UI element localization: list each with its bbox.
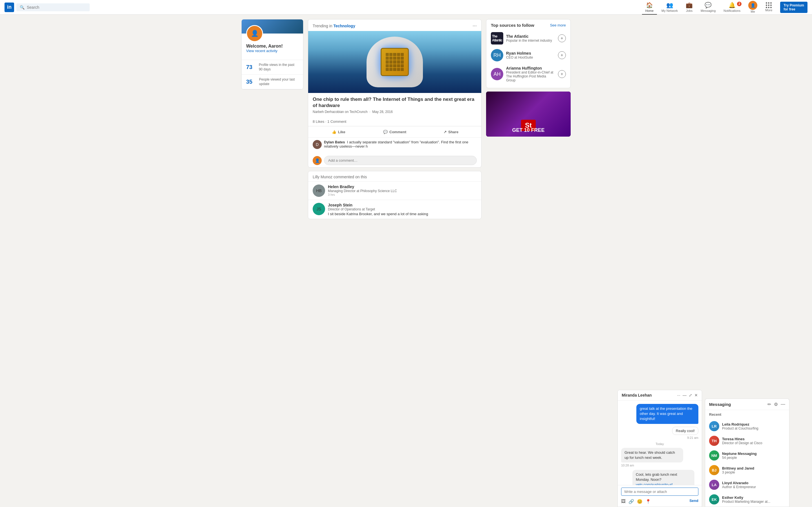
search-input[interactable] [27, 5, 86, 10]
article-meta: Narbeh Derhacobian on TechCrunch · May 2… [313, 110, 477, 114]
atlantic-avatar: TheAtlantic [491, 32, 503, 45]
helen-avatar: HB [313, 184, 325, 197]
joseph-text: I sit beside Katrina Brooker, and we spe… [328, 212, 428, 216]
comment-icon: 💬 [383, 130, 388, 134]
main-feed: Trending in Technology ··· [308, 19, 481, 223]
arianna-name: Arianna Huffington [506, 66, 555, 70]
comment-button[interactable]: 💬 Comment [366, 128, 423, 136]
me-avatar: 👤 [748, 1, 757, 10]
ryan-name: Ryan Holmes [506, 51, 555, 55]
trending-label: Trending in Technology [313, 24, 355, 28]
nav-me-label: Me [751, 10, 755, 13]
view-activity-link[interactable]: View recent activity [246, 49, 299, 53]
search-bar[interactable]: 🔍 [16, 3, 90, 11]
nav-items: 🏠 Home 👥 My Network 💼 Jobs 💬 Messaging 🔔… [642, 0, 776, 15]
atlantic-follow-button[interactable]: + [558, 34, 566, 42]
atlantic-info: The Atlantic Popular in the internet ind… [506, 34, 555, 43]
joseph-stein-row: JS Joseph Stein Director of Operations a… [308, 200, 481, 219]
nav-jobs[interactable]: 💼 Jobs [682, 0, 696, 15]
helen-info: Helen Bradley Managing Director at Philo… [328, 184, 397, 196]
nav-network[interactable]: 👥 My Network [658, 0, 681, 15]
article-actions: 👍 Like 💬 Comment ↗ Share [308, 126, 481, 137]
navbar: in 🔍 🏠 Home 👥 My Network 💼 Jobs 💬 Messag… [0, 0, 812, 15]
stat-last-update: 35 People viewed your last update [242, 75, 303, 89]
helen-title: Managing Director at Philosophy Science … [328, 189, 397, 193]
joseph-title: Director of Operations at Target [328, 207, 428, 211]
nav-network-label: My Network [661, 9, 678, 12]
jobs-icon: 💼 [686, 2, 693, 8]
joseph-name: Joseph Stein [328, 203, 428, 207]
top-sources-title: Top sources to follow [491, 23, 534, 27]
more-grid-icon [766, 2, 772, 8]
arianna-sub: President and Editor-in-Chief at The Huf… [506, 70, 555, 82]
comment-body: I actually separate standard "valuation"… [324, 140, 468, 149]
nav-jobs-label: Jobs [686, 9, 693, 12]
nav-notifications-label: Notifications [723, 9, 741, 12]
nav-messaging-label: Messaging [701, 9, 716, 12]
chip-image [380, 48, 409, 76]
nav-messaging[interactable]: 💬 Messaging [697, 0, 719, 15]
share-label: Share [448, 130, 458, 134]
top-sources-header: Top sources to follow See more [486, 23, 570, 30]
ryan-sub: CEO at HootSuite [506, 55, 555, 59]
top-sources-card: Top sources to follow See more TheAtlant… [486, 19, 571, 88]
article-title: One chip to rule them all? The Internet … [313, 96, 477, 109]
nav-me[interactable]: 👤 Me [745, 0, 761, 15]
follow-row-arianna: AH Arianna Huffington President and Edit… [486, 64, 570, 84]
stat-update-number: 35 [246, 78, 256, 85]
nav-home[interactable]: 🏠 Home [642, 0, 657, 15]
profile-stats: 73 Profile views in the past 90 days 35 … [242, 60, 303, 89]
profile-name: Welcome, Aaron! [246, 44, 299, 49]
notifications-badge: 2 [737, 2, 742, 6]
nav-home-label: Home [645, 9, 654, 12]
right-sidebar: Top sources to follow See more TheAtlant… [486, 19, 571, 223]
profile-avatar: 👤 [246, 25, 263, 42]
share-icon: ↗ [444, 130, 447, 134]
premium-button[interactable]: Try Premiumfor free [780, 2, 808, 13]
ryan-info: Ryan Holmes CEO at HootSuite [506, 51, 555, 59]
network-icon: 👥 [666, 2, 673, 8]
ryan-avatar: RH [491, 49, 503, 61]
secondary-post-card: Lilly Munoz commented on this HB Helen B… [308, 171, 481, 219]
article-body: One chip to rule them all? The Internet … [308, 93, 481, 117]
helen-name: Helen Bradley [328, 184, 397, 189]
adobe-ad: A St GET 10 FREE [486, 92, 571, 136]
trending-text: Trending in Technology [313, 24, 355, 28]
stat-views-label: Profile views in the past 90 days [259, 63, 299, 71]
comment-separator: · [325, 119, 327, 124]
follow-row-atlantic: TheAtlantic The Atlantic Popular in the … [486, 30, 570, 47]
comment-text: Dylan Bates I actually separate standard… [324, 140, 477, 149]
trending-card: Trending in Technology ··· [308, 19, 481, 168]
adobe-ad-visual: A St GET 10 FREE [486, 92, 571, 136]
nav-notifications[interactable]: 🔔 2 Notifications [720, 0, 744, 15]
arianna-follow-button[interactable]: + [558, 70, 566, 78]
trending-menu-button[interactable]: ··· [472, 23, 477, 29]
nav-more[interactable]: More [762, 0, 776, 15]
article-author: Narbeh Derhacobian on TechCrunch [313, 110, 368, 114]
comment-input-row: 👤 [308, 154, 481, 167]
arianna-info: Arianna Huffington President and Editor-… [506, 66, 555, 82]
comments-count: 1 Comment [327, 119, 346, 124]
search-icon: 🔍 [20, 5, 24, 10]
trending-topic: Technology [333, 24, 355, 28]
page-layout: 👤 Welcome, Aaron! View recent activity 7… [237, 0, 575, 223]
secondary-card-header: Lilly Munoz commented on this [308, 171, 481, 179]
nav-more-label: More [765, 8, 772, 12]
helen-time: 3 hrs [328, 193, 397, 196]
profile-card-banner: 👤 [242, 19, 303, 34]
share-button[interactable]: ↗ Share [423, 128, 479, 136]
linkedin-logo: in [4, 3, 14, 12]
atlantic-sub: Popular in the internet industry [506, 39, 555, 43]
ryan-follow-button[interactable]: + [558, 51, 566, 59]
stat-update-label: People viewed your last update [259, 77, 299, 86]
stat-profile-views: 73 Profile views in the past 90 days [242, 60, 303, 75]
like-label: Like [338, 130, 345, 134]
current-user-avatar: 👤 [313, 156, 322, 165]
atlantic-name: The Atlantic [506, 34, 555, 39]
comment-author: Dylan Bates [324, 140, 345, 144]
comment-section: D Dylan Bates I actually separate standa… [308, 137, 481, 154]
like-button[interactable]: 👍 Like [310, 128, 366, 136]
comment-input[interactable] [324, 156, 477, 165]
article-image [308, 31, 481, 93]
see-more-link[interactable]: See more [550, 23, 566, 27]
